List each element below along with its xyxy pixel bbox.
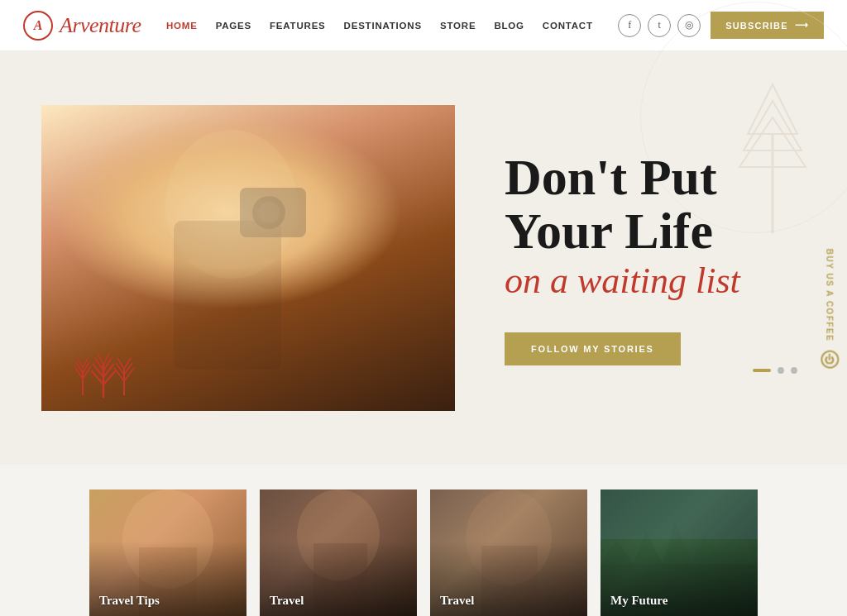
svg-line-18 <box>103 370 116 384</box>
facebook-icon[interactable]: f <box>618 14 641 37</box>
side-label[interactable]: BUY US A COFFEE ⏻ <box>821 248 840 368</box>
card-label-2: Travel <box>270 594 304 608</box>
svg-point-8 <box>258 202 280 223</box>
svg-marker-1 <box>748 84 797 134</box>
nav-pages[interactable]: PAGES <box>216 21 251 31</box>
nav-blog[interactable]: BLOG <box>494 21 524 31</box>
main-nav: HOME PAGES FEATURES DESTINATIONS STORE B… <box>166 21 593 31</box>
nav-features[interactable]: FEATURES <box>270 21 326 31</box>
svg-rect-5 <box>174 221 281 370</box>
follow-stories-button[interactable]: FOLLOW MY STORIES <box>505 332 681 365</box>
dot-3[interactable] <box>791 367 797 374</box>
cards-section: Travel Tips Travel Travel <box>0 465 847 616</box>
svg-line-11 <box>83 366 91 379</box>
nav-home[interactable]: HOME <box>166 21 198 31</box>
card-1[interactable]: Travel Tips <box>89 489 246 616</box>
hero-title: Don't Put Your Life <box>505 150 797 258</box>
hero-section: Don't Put Your Life on a waiting list FO… <box>0 51 847 465</box>
card-4[interactable]: My Future <box>601 489 758 616</box>
nav-destinations[interactable]: DESTINATIONS <box>344 21 422 31</box>
card-3[interactable]: Travel <box>430 489 587 616</box>
dot-2[interactable] <box>778 367 784 374</box>
card-label-1: Travel Tips <box>99 594 160 608</box>
card-label-4: My Future <box>610 594 668 608</box>
power-icon: ⏻ <box>821 350 840 368</box>
hero-tree-decoration <box>66 325 141 403</box>
nav-store[interactable]: STORE <box>440 21 476 31</box>
card-2[interactable]: Travel <box>260 489 417 616</box>
card-label-3: Travel <box>440 594 474 608</box>
svg-line-27 <box>124 368 134 381</box>
side-label-text: BUY US A COFFEE <box>825 248 835 341</box>
slider-dots <box>753 367 797 374</box>
svg-line-10 <box>74 366 83 379</box>
svg-line-26 <box>114 368 124 381</box>
logo[interactable]: A Arventure <box>23 11 141 41</box>
logo-icon: A <box>23 11 53 41</box>
nav-contact[interactable]: CONTACT <box>543 21 593 31</box>
hero-image-container <box>41 105 455 411</box>
hero-content: Don't Put Your Life on a waiting list FO… <box>505 150 797 366</box>
hero-subtitle: on a waiting list <box>505 260 797 303</box>
twitter-icon[interactable]: t <box>648 14 671 37</box>
logo-text: Arventure <box>60 13 141 38</box>
svg-line-17 <box>91 370 103 384</box>
dot-1[interactable] <box>753 369 771 372</box>
